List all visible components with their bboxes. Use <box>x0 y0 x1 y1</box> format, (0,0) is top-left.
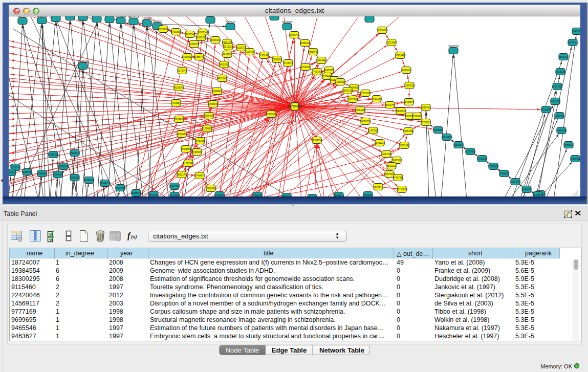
svg-text:16033809: 16033809 <box>205 16 216 17</box>
svg-text:7485063: 7485063 <box>402 69 411 72</box>
svg-text:69379237: 69379237 <box>384 173 395 176</box>
svg-text:45961586: 45961586 <box>403 130 414 133</box>
svg-text:21456232: 21456232 <box>375 142 385 144</box>
svg-text:36713695: 36713695 <box>397 188 407 191</box>
svg-text:10648764: 10648764 <box>448 45 459 48</box>
svg-text:28498776: 28498776 <box>289 34 300 36</box>
svg-text:20691406: 20691406 <box>37 16 48 17</box>
svg-text:7594647: 7594647 <box>374 186 383 188</box>
svg-text:18724007: 18724007 <box>287 104 302 108</box>
svg-text:62994680: 62994680 <box>115 187 126 189</box>
svg-text:78820812: 78820812 <box>570 158 580 160</box>
svg-text:20450533: 20450533 <box>48 154 59 156</box>
svg-text:94531473: 94531473 <box>300 42 311 45</box>
svg-text:8313678: 8313678 <box>301 66 310 69</box>
svg-text:0679740: 0679740 <box>178 70 187 72</box>
svg-text:19065940: 19065940 <box>208 103 219 105</box>
svg-text:6716572: 6716572 <box>284 62 293 64</box>
svg-text:4471349: 4471349 <box>217 77 227 80</box>
svg-text:21047095: 21047095 <box>368 129 379 132</box>
svg-text:61595148: 61595148 <box>84 179 95 182</box>
svg-text:21465840: 21465840 <box>404 101 415 103</box>
svg-text:0842710: 0842710 <box>343 90 352 92</box>
svg-text:5310033: 5310033 <box>224 46 233 48</box>
svg-text:12213967: 12213967 <box>386 41 397 44</box>
svg-text:6025634: 6025634 <box>11 166 20 169</box>
svg-text:4060883: 4060883 <box>70 177 79 179</box>
svg-text:0249947: 0249947 <box>212 90 222 93</box>
svg-text:87603669: 87603669 <box>171 31 182 33</box>
svg-text:09670546: 09670546 <box>185 33 195 36</box>
svg-text:19384554: 19384554 <box>312 139 322 142</box>
svg-text:14035572: 14035572 <box>17 16 28 18</box>
svg-text:0103105: 0103105 <box>153 20 162 23</box>
svg-text:0980500: 0980500 <box>564 144 573 146</box>
svg-text:12975125: 12975125 <box>404 84 415 87</box>
svg-text:5045562: 5045562 <box>392 159 401 162</box>
svg-text:26247317: 26247317 <box>552 85 563 88</box>
svg-text:3623166: 3623166 <box>159 28 168 31</box>
svg-text:74989413: 74989413 <box>335 81 346 83</box>
svg-text:10801326: 10801326 <box>550 100 561 103</box>
svg-text:6566701: 6566701 <box>559 56 568 58</box>
svg-text:71756551: 71756551 <box>202 127 213 130</box>
svg-text:64990913: 64990913 <box>182 56 193 58</box>
svg-text:43534624: 43534624 <box>453 144 464 146</box>
svg-text:4294019: 4294019 <box>53 173 62 176</box>
svg-text:24896383: 24896383 <box>116 16 126 17</box>
svg-text:38425135: 38425135 <box>477 158 488 160</box>
svg-text:70348247: 70348247 <box>192 151 203 154</box>
svg-text:1640052: 1640052 <box>522 188 531 191</box>
svg-text:27028951: 27028951 <box>412 115 423 118</box>
svg-text:44064090: 44064090 <box>355 109 366 112</box>
svg-text:12411824: 12411824 <box>499 172 510 175</box>
svg-text:1607337: 1607337 <box>9 171 16 174</box>
svg-text:87603859: 87603859 <box>181 148 191 150</box>
svg-text:7826398: 7826398 <box>206 187 215 190</box>
svg-text:93534874: 93534874 <box>510 181 521 183</box>
svg-text:3215958: 3215958 <box>541 108 551 111</box>
svg-text:8347382: 8347382 <box>572 30 580 33</box>
svg-text:49972787: 49972787 <box>385 104 396 106</box>
svg-text:5674680: 5674680 <box>177 133 186 136</box>
svg-text:20465375: 20465375 <box>189 43 200 46</box>
svg-text:7874296: 7874296 <box>175 118 184 121</box>
svg-text:43303654: 43303654 <box>22 171 33 173</box>
svg-text:55698169: 55698169 <box>58 165 69 168</box>
svg-text:06990162: 06990162 <box>210 39 221 41</box>
svg-text:47407482: 47407482 <box>393 177 404 179</box>
svg-text:19218506: 19218506 <box>282 21 293 24</box>
svg-text:34123281: 34123281 <box>219 63 230 66</box>
svg-text:88937346: 88937346 <box>198 31 208 34</box>
svg-text:10154808: 10154808 <box>377 29 388 32</box>
svg-text:05865185: 05865185 <box>272 58 282 61</box>
svg-text:47775204: 47775204 <box>360 92 371 95</box>
svg-text:35454948: 35454948 <box>316 59 327 62</box>
svg-text:34957885: 34957885 <box>324 69 335 72</box>
svg-text:90916998: 90916998 <box>442 136 452 139</box>
svg-text:4586850: 4586850 <box>37 172 47 175</box>
svg-text:7452991: 7452991 <box>223 53 232 56</box>
svg-text:16117240: 16117240 <box>381 153 392 156</box>
svg-text:11671902: 11671902 <box>347 98 358 101</box>
svg-text:73602606: 73602606 <box>554 115 565 117</box>
svg-text:31931491: 31931491 <box>259 54 270 57</box>
svg-text:f: f <box>127 231 131 240</box>
svg-text:65648236: 65648236 <box>100 182 111 185</box>
svg-text:78091343: 78091343 <box>399 144 410 147</box>
svg-text:46578713: 46578713 <box>128 16 139 18</box>
svg-text:27849808: 27849808 <box>488 165 499 168</box>
svg-text:9232719: 9232719 <box>236 47 246 49</box>
svg-text:7464887: 7464887 <box>171 102 181 104</box>
svg-text:2805982: 2805982 <box>433 129 443 132</box>
svg-text:99650752: 99650752 <box>308 51 319 53</box>
svg-text:51079911: 51079911 <box>465 150 476 153</box>
svg-text:74687234: 74687234 <box>556 129 567 132</box>
svg-text:9413186: 9413186 <box>372 98 381 100</box>
svg-text:8613171: 8613171 <box>177 173 186 176</box>
svg-text:99737631: 99737631 <box>568 41 578 44</box>
svg-text:4190496: 4190496 <box>245 51 254 53</box>
svg-text:99386774: 99386774 <box>194 56 205 58</box>
svg-text:1509839: 1509839 <box>142 17 151 20</box>
svg-text:27484677: 27484677 <box>194 174 205 177</box>
